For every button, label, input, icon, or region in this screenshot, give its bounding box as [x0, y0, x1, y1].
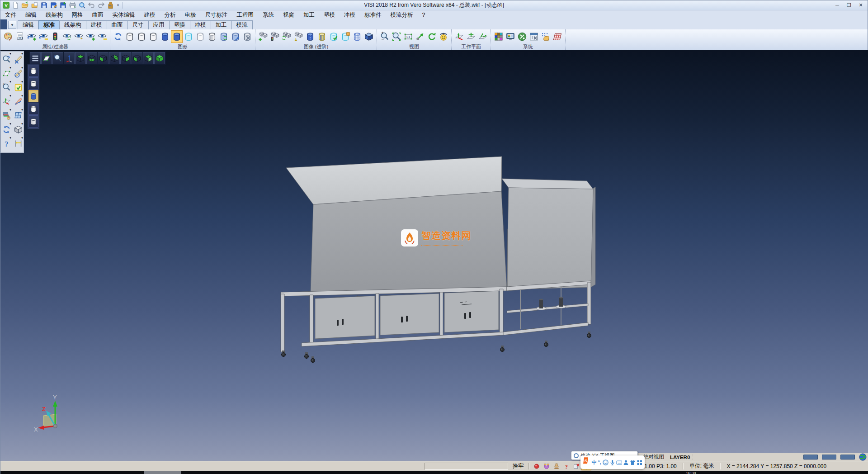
- palette-brush-icon[interactable]: [2, 30, 14, 43]
- attributes-side-button[interactable]: ▼: [1, 109, 12, 123]
- cube-render-icon[interactable]: [363, 30, 375, 43]
- emoji-icon[interactable]: [603, 459, 609, 466]
- shade-refresh-icon[interactable]: [281, 30, 292, 43]
- open-file-icon[interactable]: [21, 1, 29, 9]
- tab-模流[interactable]: 模流: [231, 20, 253, 29]
- cyl-outline-display-button[interactable]: [28, 103, 38, 115]
- redo-icon[interactable]: [97, 1, 105, 9]
- menu-item-16[interactable]: 冲模: [340, 10, 360, 20]
- menu-item-10[interactable]: 尺寸标注: [201, 10, 232, 20]
- edit-delete-button[interactable]: ▼: [13, 52, 24, 66]
- menu-item-18[interactable]: 模流分析: [386, 10, 418, 20]
- tab-加工[interactable]: 加工: [211, 20, 232, 29]
- lock-toggle[interactable]: 拴牢: [513, 462, 524, 470]
- keyboard-icon[interactable]: [616, 459, 622, 466]
- view-zoom-button[interactable]: [52, 52, 63, 64]
- rotate-view-icon[interactable]: [426, 30, 438, 43]
- confirm-check-button[interactable]: ▼: [13, 81, 24, 95]
- print-icon[interactable]: [68, 1, 77, 9]
- cyl-sync-icon[interactable]: [218, 30, 230, 43]
- view-eye-icon[interactable]: [438, 30, 449, 43]
- mic-icon[interactable]: [609, 459, 615, 466]
- snap-settings-icon[interactable]: [540, 30, 552, 43]
- cyl-outline-icon[interactable]: [124, 30, 136, 43]
- qat-customize-dropdown-icon[interactable]: ▾: [116, 3, 120, 7]
- system-settings-icon[interactable]: [516, 30, 528, 43]
- toolbar-config-icon[interactable]: [528, 30, 540, 43]
- eye-plus-minus-icon[interactable]: ±: [73, 30, 85, 43]
- new-file-icon[interactable]: [11, 1, 20, 9]
- cyl-check-icon[interactable]: [328, 30, 340, 43]
- cyl-copy-icon[interactable]: [230, 30, 241, 43]
- shade-traffic-icon[interactable]: [269, 30, 281, 43]
- punctuation-icon[interactable]: °,: [597, 459, 602, 466]
- tab-冲模[interactable]: 冲模: [190, 20, 211, 29]
- menu-item-6[interactable]: 实体编辑: [108, 10, 140, 20]
- zh-mode-icon[interactable]: 中: [591, 459, 596, 466]
- cyl-export-icon[interactable]: [340, 30, 351, 43]
- stamp-icon[interactable]: [552, 462, 561, 470]
- cube-iso-button[interactable]: [143, 52, 154, 64]
- shade-plus-minus-icon[interactable]: ±: [292, 30, 304, 43]
- menu-item-19[interactable]: ?: [418, 11, 430, 19]
- workplane-align-icon[interactable]: [477, 30, 489, 43]
- tab-塑膜[interactable]: 塑膜: [169, 20, 190, 29]
- tab-应用[interactable]: 应用: [148, 20, 170, 29]
- skin-icon[interactable]: [630, 459, 636, 466]
- zoom-pan-icon[interactable]: [414, 30, 426, 43]
- no-entity-icon[interactable]: [571, 462, 581, 470]
- save-as-icon[interactable]: [49, 1, 58, 9]
- workplane-rotate-icon[interactable]: [465, 30, 477, 43]
- menu-item-1[interactable]: 文件: [0, 10, 21, 20]
- cyl-blue-display-button[interactable]: [28, 90, 38, 102]
- help-status-icon[interactable]: ?: [561, 462, 571, 470]
- tab-list-dropdown[interactable]: ▼: [8, 21, 16, 29]
- tab-曲面[interactable]: 曲面: [107, 20, 128, 29]
- menu-item-17[interactable]: 标准件: [360, 10, 386, 20]
- cyl-dashed-icon[interactable]: [304, 30, 316, 43]
- edit-curve-button[interactable]: ▼: [13, 95, 24, 109]
- menu-item-9[interactable]: 电极: [180, 10, 201, 20]
- eye-show-add-icon[interactable]: [26, 30, 38, 43]
- eye-minus-icon[interactable]: [96, 30, 108, 43]
- cube-back-button[interactable]: [109, 52, 120, 64]
- cube-front-button[interactable]: [98, 52, 108, 64]
- shade-cube-button[interactable]: ▼: [13, 123, 24, 137]
- zoom-fit-icon[interactable]: 1:1: [402, 30, 414, 43]
- zoom-scale-button[interactable]: ±▼: [1, 81, 12, 95]
- save-file-icon[interactable]: [40, 1, 48, 9]
- zoom-window-icon[interactable]: [391, 30, 402, 43]
- cube-left-button[interactable]: [132, 52, 142, 64]
- cyl-outline-display-button[interactable]: [28, 65, 38, 77]
- maximize-button[interactable]: ❐: [843, 0, 855, 9]
- menu-item-4[interactable]: 网格: [67, 10, 88, 20]
- cyl-wire-icon[interactable]: [351, 30, 363, 43]
- cyl-outline-display-button[interactable]: [28, 77, 38, 90]
- screen-settings-icon[interactable]: [505, 30, 516, 43]
- viewport-3d[interactable]: X Y Z 智造资料网 ▼▼▼▼±▼▼▼▼▼▼▼▼?▼▼: [0, 50, 868, 471]
- globe-icon[interactable]: [859, 453, 867, 461]
- cube-bottom-button[interactable]: [86, 52, 97, 64]
- toolbox-icon[interactable]: [637, 459, 642, 466]
- zoom-dynamic-button[interactable]: ▼: [1, 52, 12, 66]
- account-icon[interactable]: [623, 459, 629, 466]
- cyl-blue-icon[interactable]: [171, 30, 183, 43]
- cyl-hatch-icon[interactable]: [206, 30, 218, 43]
- cyl-striped-icon[interactable]: [316, 30, 328, 43]
- eye-plus-icon[interactable]: [85, 30, 96, 43]
- cyl-white-icon[interactable]: [194, 30, 206, 43]
- close-button[interactable]: ✕: [855, 0, 867, 9]
- menu-item-11[interactable]: 工程图: [232, 10, 259, 20]
- eye-refresh-icon[interactable]: [61, 30, 73, 43]
- tab-建模[interactable]: 建模: [86, 20, 107, 29]
- minimize-button[interactable]: ─: [831, 0, 843, 9]
- magnet-icon[interactable]: [542, 462, 552, 470]
- absolute-view-button[interactable]: 绝对视图: [643, 454, 664, 460]
- view-plane-button[interactable]: [41, 52, 52, 64]
- cyl-blue-icon[interactable]: [159, 30, 171, 43]
- sogou-logo-icon[interactable]: S: [582, 457, 590, 468]
- cube-top-button[interactable]: [75, 52, 86, 64]
- eye-show-remove-icon[interactable]: [38, 30, 49, 43]
- menu-item-14[interactable]: 加工: [299, 10, 319, 20]
- cube-shaded-button[interactable]: [154, 52, 165, 64]
